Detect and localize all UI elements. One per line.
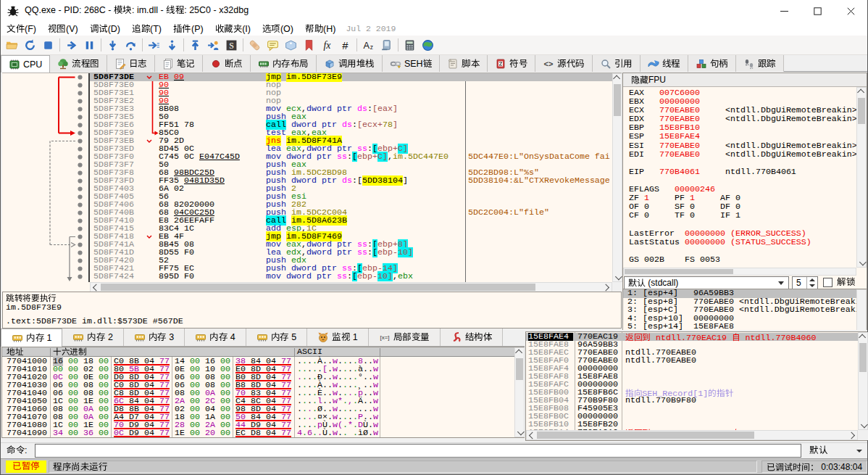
- tab-notes[interactable]: [155, 55, 203, 72]
- dump-byte[interactable]: 00: [220, 428, 230, 438]
- strings-button[interactable]: Az: [359, 36, 377, 54]
- close-button[interactable]: [834, 0, 867, 22]
- dump-vertical-scrollbar[interactable]: [514, 347, 525, 437]
- scrollbar-thumb[interactable]: [614, 84, 621, 116]
- stack-row[interactable]: 15E8FB1015E8FB20: [526, 421, 858, 429]
- register-line[interactable]: CF 0 TF 0 IF 1: [629, 211, 859, 220]
- dump-byte[interactable]: 34: [53, 428, 63, 438]
- menu-item-t[interactable]: (T): [126, 22, 167, 36]
- register-line[interactable]: EDI 770EABE0 <ntdll.DbgUiRemoteBreakin>: [629, 150, 859, 159]
- argument-row[interactable]: 5: [esp+14] 15E8FAE8: [623, 323, 867, 330]
- menu-item-d[interactable]: (D): [84, 22, 126, 36]
- dump-byte[interactable]: 04: [144, 428, 154, 438]
- disasm-row[interactable]: 5D8F7424895D F0mov dword ptr ss:[ebp-10]…: [90, 273, 612, 281]
- scrollbar-arrow[interactable]: [515, 348, 524, 358]
- tab-graph[interactable]: [50, 55, 107, 72]
- dump-byte[interactable]: D8: [251, 428, 261, 438]
- tab-references[interactable]: [593, 55, 640, 72]
- tab-trace[interactable]: [736, 55, 784, 72]
- pause-button[interactable]: [80, 36, 99, 54]
- scrollbar-arrow[interactable]: [857, 88, 866, 97]
- stack-row[interactable]: 15E8FAFC00000000: [526, 381, 858, 389]
- attach-button[interactable]: [204, 36, 222, 54]
- tab-log[interactable]: [107, 55, 155, 72]
- command-input[interactable]: [35, 444, 801, 458]
- scrollbar-arrow[interactable]: [602, 283, 612, 292]
- argument-count-spinner[interactable]: 5: [792, 276, 818, 289]
- stack-row[interactable]: 15E8FAF0770EABE0ntdll.770EABE0: [526, 357, 858, 365]
- menu-item-h[interactable]: (H): [299, 22, 341, 36]
- tab-source[interactable]: <>: [535, 55, 593, 72]
- scrollbar-arrow[interactable]: [848, 431, 857, 439]
- calculator-button[interactable]: [401, 36, 419, 54]
- dump-row[interactable]: 7704109034 00 36 000C D9 04 771E 00 20 0…: [2, 429, 524, 437]
- registers-horizontal-scrollbar[interactable]: [623, 268, 856, 276]
- menu-item-v[interactable]: (V): [42, 22, 84, 36]
- run-to-user-button[interactable]: [145, 36, 163, 54]
- minimize-button[interactable]: [767, 0, 801, 22]
- tab-symbols[interactable]: [488, 55, 535, 72]
- dump-byte[interactable]: 77: [159, 428, 170, 438]
- function-button[interactable]: fx: [318, 36, 336, 54]
- stack-vertical-scrollbar[interactable]: [858, 332, 868, 430]
- open-folder-button[interactable]: [3, 36, 21, 54]
- stack-row[interactable]: 15E8FAE4770EAC19 ntdll.770EAC19 ntdll.77…: [526, 333, 858, 341]
- globe-button[interactable]: [419, 36, 437, 54]
- dump-byte[interactable]: 00: [68, 428, 78, 438]
- scrollbar-arrow[interactable]: [613, 272, 622, 281]
- scrollbar-arrow[interactable]: [515, 427, 524, 437]
- dump-byte[interactable]: 04: [266, 428, 276, 438]
- dump-tab-memory[interactable]: 4: [185, 329, 246, 346]
- scrollbar-arrow[interactable]: [91, 283, 100, 292]
- calling-convention-select[interactable]: (stdcall): [624, 276, 789, 289]
- dump-byte[interactable]: 00: [190, 428, 200, 438]
- modules-button[interactable]: [377, 36, 396, 54]
- dump-byte[interactable]: 00: [99, 428, 109, 438]
- dump-byte[interactable]: 36: [83, 428, 93, 438]
- tab-breakpoint[interactable]: [203, 55, 251, 72]
- registers-pane[interactable]: FPU EAX 007C6000EBX 00000000ECX 770EABE0…: [622, 73, 867, 330]
- restart-button[interactable]: [21, 36, 39, 54]
- dump-byte[interactable]: 0C: [114, 428, 124, 438]
- dump-tab-memory[interactable]: 1: [1, 329, 62, 347]
- menu-item-o[interactable]: (O): [256, 22, 299, 36]
- arguments-vertical-scrollbar[interactable]: [856, 289, 867, 330]
- scrollbar-arrow[interactable]: [859, 420, 867, 429]
- scrollbar-thumb[interactable]: [537, 431, 754, 439]
- scrollbar-arrow[interactable]: [859, 333, 867, 342]
- dump-byte[interactable]: 1E: [175, 428, 185, 438]
- dump-tab-locals[interactable]: [x=]: [369, 329, 441, 346]
- stack-row[interactable]: 15E8FB04770B9F80ntdll.770B9F80: [526, 397, 858, 405]
- scylla-button[interactable]: S: [222, 36, 241, 54]
- memory-dump-pane[interactable]: ASCII 7704100016 00 18 00C0 8B 04 7714 0…: [1, 347, 525, 438]
- register-line[interactable]: EIP 770B4061 ntdll.770B4061: [629, 168, 859, 176]
- menu-item-f[interactable]: (F): [1, 22, 42, 36]
- disassembly-vertical-scrollbar[interactable]: [612, 73, 622, 282]
- registers-vertical-scrollbar[interactable]: [856, 87, 867, 268]
- tab-threads[interactable]: [640, 55, 688, 72]
- disassembly-horizontal-scrollbar[interactable]: [90, 282, 612, 292]
- menu-item-i[interactable]: (I): [209, 22, 256, 36]
- stack-horizontal-scrollbar[interactable]: [526, 430, 858, 440]
- scrollbar-thumb[interactable]: [516, 358, 523, 380]
- register-line[interactable]: GS 002B FS 0053: [629, 255, 859, 264]
- stack-row[interactable]: 15E8FB0C00000000: [526, 413, 858, 421]
- patches-button[interactable]: [246, 36, 264, 54]
- dump-byte[interactable]: D9: [129, 428, 139, 438]
- step-over-button[interactable]: [122, 36, 140, 54]
- scrollbar-arrow[interactable]: [857, 257, 866, 267]
- tab-cpu[interactable]: CPU: [1, 55, 50, 73]
- scrollbar-thumb[interactable]: [101, 284, 535, 291]
- tab-seh[interactable]: SEH: [383, 55, 440, 72]
- menu-item-p[interactable]: (P): [167, 22, 209, 36]
- dump-tab-struct[interactable]: [441, 329, 504, 346]
- label-button[interactable]: [282, 36, 300, 54]
- step-out-button[interactable]: [163, 36, 181, 54]
- dump-tab-watch[interactable]: 1: [307, 329, 368, 346]
- hide-fpu-button[interactable]: FPU: [623, 73, 867, 87]
- scrollbar-thumb[interactable]: [859, 343, 867, 372]
- dump-tab-memory[interactable]: 5: [246, 329, 307, 346]
- scrollbar-thumb[interactable]: [625, 269, 733, 274]
- tab-script[interactable]: [440, 55, 488, 72]
- register-line[interactable]: LastStatus 00000000 (STATUS_SUCCESS): [629, 238, 859, 247]
